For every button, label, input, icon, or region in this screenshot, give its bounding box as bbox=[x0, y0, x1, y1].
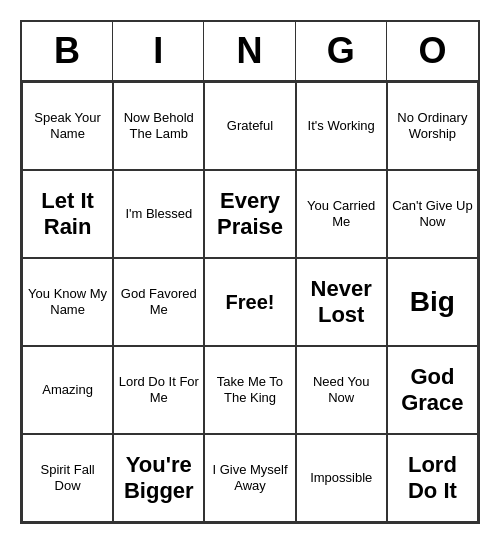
bingo-cell-19: God Grace bbox=[387, 346, 478, 434]
header-letter-n: N bbox=[204, 22, 295, 80]
bingo-cell-1: Now Behold The Lamb bbox=[113, 82, 204, 170]
bingo-cell-6: I'm Blessed bbox=[113, 170, 204, 258]
bingo-cell-9: Can't Give Up Now bbox=[387, 170, 478, 258]
bingo-cell-20: Spirit Fall Dow bbox=[22, 434, 113, 522]
bingo-cell-10: You Know My Name bbox=[22, 258, 113, 346]
header-letter-o: O bbox=[387, 22, 478, 80]
bingo-cell-0: Speak Your Name bbox=[22, 82, 113, 170]
bingo-cell-16: Lord Do It For Me bbox=[113, 346, 204, 434]
bingo-card: BINGO Speak Your NameNow Behold The Lamb… bbox=[20, 20, 480, 524]
bingo-cell-7: Every Praise bbox=[204, 170, 295, 258]
bingo-cell-5: Let It Rain bbox=[22, 170, 113, 258]
bingo-cell-24: Lord Do It bbox=[387, 434, 478, 522]
bingo-cell-23: Impossible bbox=[296, 434, 387, 522]
bingo-cell-2: Grateful bbox=[204, 82, 295, 170]
bingo-grid: Speak Your NameNow Behold The LambGratef… bbox=[22, 82, 478, 522]
bingo-header: BINGO bbox=[22, 22, 478, 82]
bingo-cell-15: Amazing bbox=[22, 346, 113, 434]
header-letter-g: G bbox=[296, 22, 387, 80]
bingo-cell-17: Take Me To The King bbox=[204, 346, 295, 434]
bingo-cell-13: Never Lost bbox=[296, 258, 387, 346]
bingo-cell-21: You're Bigger bbox=[113, 434, 204, 522]
bingo-cell-22: I Give Myself Away bbox=[204, 434, 295, 522]
bingo-cell-4: No Ordinary Worship bbox=[387, 82, 478, 170]
bingo-cell-11: God Favored Me bbox=[113, 258, 204, 346]
bingo-cell-3: It's Working bbox=[296, 82, 387, 170]
bingo-cell-12: Free! bbox=[204, 258, 295, 346]
bingo-cell-14: Big bbox=[387, 258, 478, 346]
bingo-cell-18: Need You Now bbox=[296, 346, 387, 434]
header-letter-b: B bbox=[22, 22, 113, 80]
header-letter-i: I bbox=[113, 22, 204, 80]
bingo-cell-8: You Carried Me bbox=[296, 170, 387, 258]
